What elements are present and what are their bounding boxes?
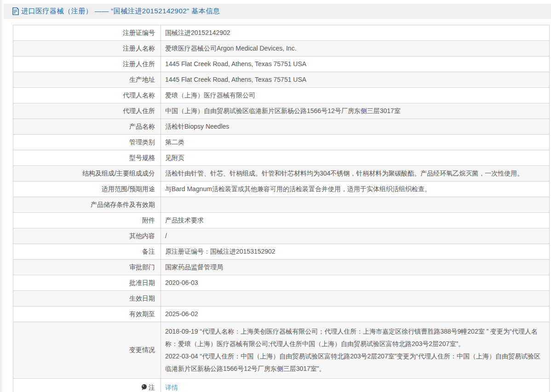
row-label: 变更情况	[13, 322, 161, 379]
row-value: 活检针Biopsy Needles	[161, 119, 550, 135]
row-label: 型号规格	[13, 150, 161, 166]
row-value: 1445 Flat Creek Road, Athens, Texas 7575…	[161, 57, 550, 72]
table-row-effective-date: 生效日期	[13, 291, 550, 307]
row-label: 其他内容	[13, 228, 161, 244]
table-row-remarks: 备注 原注册证编号：国械注进20153152902	[13, 244, 550, 260]
table-row-registrant-name: 注册人名称 爱琅医疗器械公司Argon Medical Devices, Inc…	[13, 41, 550, 57]
row-label: 批准日期	[13, 275, 161, 291]
row-value: 国家药品监督管理局	[161, 260, 550, 275]
row-value: 详情	[161, 379, 550, 392]
row-label: 代理人住所	[13, 103, 161, 119]
row-value: 2018-09-19 “代理人名称：上海美创医疗器械有限公司；代理人住所：上海市…	[161, 322, 550, 379]
row-value: 中国（上海）自由贸易试验区临港新片区新杨公路1566号12号厂房东侧三层3017…	[161, 103, 550, 119]
table-row-registrant-address: 注册人住所 1445 Flat Creek Road, Athens, Texa…	[13, 57, 550, 72]
details-link[interactable]: 详情	[165, 384, 178, 391]
row-value: 爱琅（上海）医疗器械有限公司	[161, 88, 550, 103]
table-row-change-history: 变更情况 2018-09-19 “代理人名称：上海美创医疗器械有限公司；代理人住…	[13, 322, 550, 379]
row-value: /	[161, 228, 550, 244]
row-label: 产品储存条件及有效期	[13, 197, 161, 213]
row-value: 2020-06-03	[161, 275, 550, 291]
row-label: 管理类别	[13, 135, 161, 150]
row-label: 产品名称	[13, 119, 161, 135]
row-label: 适用范围/预期用途	[13, 182, 161, 197]
row-label: 注	[13, 379, 161, 392]
row-value: 爱琅医疗器械公司Argon Medical Devices, Inc.	[161, 41, 550, 57]
row-label: 生效日期	[13, 291, 161, 307]
row-value: 活检针由针管、针芯、针柄组成。针管和针芯材料均为304不锈钢，针柄材料为聚碳酸酯…	[161, 166, 550, 182]
row-label: 备注	[13, 244, 161, 260]
row-label: 审批部门	[13, 260, 161, 275]
table-row-reg-number: 注册证编号 国械注进20152142902	[13, 25, 550, 41]
page-header: 进口医疗器械（注册） —— “国械注进20152142902” 基本信息	[4, 4, 551, 19]
row-label: 附件	[13, 213, 161, 228]
row-label: 代理人名称	[13, 88, 161, 103]
row-value: 第二类	[161, 135, 550, 150]
note-balloon-icon	[141, 384, 147, 392]
table-row-model-spec: 型号规格 见附页	[13, 150, 550, 166]
row-value: 2025-06-02	[161, 307, 550, 322]
row-label: 注册人名称	[13, 41, 161, 57]
table-row-approval-date: 批准日期 2020-06-03	[13, 275, 550, 291]
row-value: 与Bard Magnum活检装置或其他兼容可用的活检装置合并使用，适用于实体组织…	[161, 182, 550, 197]
row-label: 注册证编号	[13, 25, 161, 41]
table-row-approval-department: 审批部门 国家药品监督管理局	[13, 260, 550, 275]
note-label: 注	[149, 384, 155, 391]
table-row-agent-name: 代理人名称 爱琅（上海）医疗器械有限公司	[13, 88, 550, 103]
table-row-agent-address: 代理人住所 中国（上海）自由贸易试验区临港新片区新杨公路1566号12号厂房东侧…	[13, 103, 550, 119]
table-row-valid-until: 有效期至 2025-06-02	[13, 307, 550, 322]
page-title: 进口医疗器械（注册） —— “国械注进20152142902” 基本信息	[21, 7, 220, 16]
row-label: 注册人住所	[13, 57, 161, 72]
row-value: 1445 Flat Creek Road, Athens, Texas 7575…	[161, 72, 550, 88]
row-label: 结构及组成/主要组成成分	[13, 166, 161, 182]
row-value: 见附页	[161, 150, 550, 166]
table-row-intended-use: 适用范围/预期用途 与Bard Magnum活检装置或其他兼容可用的活检装置合并…	[13, 182, 550, 197]
row-value: 原注册证编号：国械注进20153152902	[161, 244, 550, 260]
row-value	[161, 197, 550, 213]
row-value: 国械注进20152142902	[161, 25, 550, 41]
table-row-management-class: 管理类别 第二类	[13, 135, 550, 150]
table-row-product-name: 产品名称 活检针Biopsy Needles	[13, 119, 550, 135]
table-row-other-content: 其他内容 /	[13, 228, 550, 244]
table-row-note: 注 详情	[13, 379, 550, 392]
table-row-structure-composition: 结构及组成/主要组成成分 活检针由针管、针芯、针柄组成。针管和针芯材料均为304…	[13, 166, 550, 182]
registration-info-table: 注册证编号 国械注进20152142902 注册人名称 爱琅医疗器械公司Argo…	[13, 25, 550, 392]
page-left-shadow	[0, 0, 4, 392]
document-icon	[12, 7, 19, 15]
row-value: 产品技术要求	[161, 213, 550, 228]
table-row-storage-conditions: 产品储存条件及有效期	[13, 197, 550, 213]
row-label: 有效期至	[13, 307, 161, 322]
row-label: 生产地址	[13, 72, 161, 88]
table-row-production-address: 生产地址 1445 Flat Creek Road, Athens, Texas…	[13, 72, 550, 88]
table-row-attachments: 附件 产品技术要求	[13, 213, 550, 228]
row-value	[161, 291, 550, 307]
